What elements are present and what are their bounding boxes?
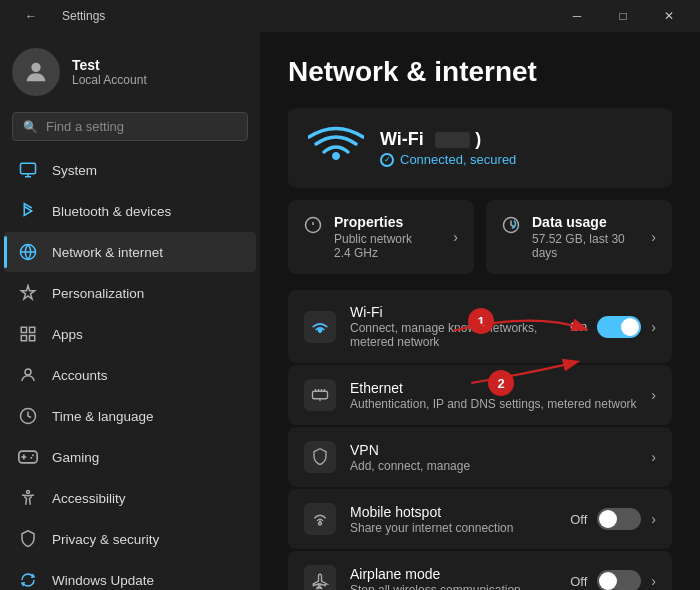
ethernet-row-arrow: › — [651, 387, 656, 403]
toggle-thumb — [599, 572, 617, 590]
toggle-thumb — [599, 510, 617, 528]
sidebar: Test Local Account 🔍 System Bluetooth & … — [0, 32, 260, 590]
maximize-button[interactable]: □ — [600, 0, 646, 32]
wifi-row-title: Wi-Fi — [350, 304, 556, 320]
sidebar-item-bluetooth[interactable]: Bluetooth & devices — [4, 191, 256, 231]
hotspot-row-title: Mobile hotspot — [350, 504, 556, 520]
svg-rect-5 — [21, 336, 26, 341]
data-usage-body: Data usage 57.52 GB, last 30 days — [532, 214, 639, 260]
network-icon — [18, 242, 38, 262]
svg-rect-6 — [30, 336, 35, 341]
sidebar-item-label: Gaming — [52, 450, 99, 465]
sidebar-nav: System Bluetooth & devices Network & int… — [0, 149, 260, 590]
annotation-2: 2 — [488, 370, 514, 396]
data-usage-card[interactable]: Data usage 57.52 GB, last 30 days › — [486, 200, 672, 274]
avatar — [12, 48, 60, 96]
search-box[interactable]: 🔍 — [12, 112, 248, 141]
privacy-icon — [18, 529, 38, 549]
settings-row-vpn[interactable]: VPN Add, connect, manage › — [288, 427, 672, 487]
personalization-icon — [18, 283, 38, 303]
sidebar-item-system[interactable]: System — [4, 150, 256, 190]
data-usage-sub: 57.52 GB, last 30 days — [532, 232, 639, 260]
user-profile[interactable]: Test Local Account — [0, 32, 260, 108]
wifi-row-icon — [304, 311, 336, 343]
bluetooth-icon — [18, 201, 38, 221]
hotspot-row-arrow: › — [651, 511, 656, 527]
hotspot-row-sub: Share your internet connection — [350, 521, 556, 535]
vpn-row-right: › — [651, 449, 656, 465]
app-body: Test Local Account 🔍 System Bluetooth & … — [0, 32, 700, 590]
data-usage-arrow: › — [651, 229, 656, 245]
update-icon — [18, 570, 38, 590]
annotation-1: 1 — [468, 308, 494, 334]
wifi-row-sub: Connect, manage known networks, metered … — [350, 321, 556, 349]
airplane-row-sub: Stop all wireless communication — [350, 583, 556, 591]
close-button[interactable]: ✕ — [646, 0, 692, 32]
titlebar: ← Settings ─ □ ✕ — [0, 0, 700, 32]
wifi-row-body: Wi-Fi Connect, manage known networks, me… — [350, 304, 556, 349]
user-account-type: Local Account — [72, 73, 147, 87]
sidebar-item-label: Network & internet — [52, 245, 163, 260]
hotspot-toggle[interactable] — [597, 508, 641, 530]
hotspot-row-icon — [304, 503, 336, 535]
wifi-large-icon — [308, 124, 364, 172]
svg-point-0 — [31, 63, 40, 72]
minimize-button[interactable]: ─ — [554, 0, 600, 32]
properties-body: Properties Public network 2.4 GHz — [334, 214, 441, 260]
sidebar-item-apps[interactable]: Apps — [4, 314, 256, 354]
page-title: Network & internet — [288, 56, 672, 88]
wifi-status-card[interactable]: Wi-Fi ) ✓ Connected, secured — [288, 108, 672, 188]
info-cards-row: Properties Public network 2.4 GHz › Data… — [288, 200, 672, 274]
wifi-row-right: On › — [570, 316, 656, 338]
settings-row-airplane[interactable]: Airplane mode Stop all wireless communic… — [288, 551, 672, 590]
vpn-row-icon — [304, 441, 336, 473]
airplane-toggle[interactable] — [597, 570, 641, 590]
ethernet-row-right: › — [651, 387, 656, 403]
svg-rect-4 — [30, 327, 35, 332]
sidebar-item-personalization[interactable]: Personalization — [4, 273, 256, 313]
sidebar-item-accounts[interactable]: Accounts — [4, 355, 256, 395]
sidebar-item-label: Accessibility — [52, 491, 126, 506]
sidebar-item-label: Apps — [52, 327, 83, 342]
properties-title: Properties — [334, 214, 441, 230]
sidebar-item-label: Time & language — [52, 409, 154, 424]
time-icon — [18, 406, 38, 426]
wifi-row-arrow: › — [651, 319, 656, 335]
properties-arrow: › — [453, 229, 458, 245]
settings-list: Wi-Fi Connect, manage known networks, me… — [288, 290, 672, 590]
ethernet-row-sub: Authentication, IP and DNS settings, met… — [350, 397, 637, 411]
sidebar-item-label: Bluetooth & devices — [52, 204, 171, 219]
airplane-toggle-label: Off — [570, 574, 587, 589]
sidebar-item-gaming[interactable]: Gaming — [4, 437, 256, 477]
airplane-row-right: Off › — [570, 570, 656, 590]
user-info: Test Local Account — [72, 57, 147, 87]
sidebar-item-privacy[interactable]: Privacy & security — [4, 519, 256, 559]
airplane-row-title: Airplane mode — [350, 566, 556, 582]
wifi-toggle[interactable] — [597, 316, 641, 338]
gaming-icon — [18, 447, 38, 467]
sidebar-item-network[interactable]: Network & internet — [4, 232, 256, 272]
sidebar-item-time[interactable]: Time & language — [4, 396, 256, 436]
sidebar-item-update[interactable]: Windows Update — [4, 560, 256, 590]
back-button[interactable]: ← — [8, 0, 54, 32]
search-input[interactable] — [46, 119, 237, 134]
sidebar-item-label: Accounts — [52, 368, 108, 383]
vpn-row-title: VPN — [350, 442, 637, 458]
sidebar-item-accessibility[interactable]: Accessibility — [4, 478, 256, 518]
airplane-row-icon — [304, 565, 336, 590]
vpn-row-sub: Add, connect, manage — [350, 459, 637, 473]
wifi-connected-status: ✓ Connected, secured — [380, 152, 652, 167]
sidebar-item-label: Privacy & security — [52, 532, 159, 547]
settings-row-ethernet[interactable]: Ethernet Authentication, IP and DNS sett… — [288, 365, 672, 425]
svg-point-10 — [27, 491, 30, 494]
main-content: Network & internet Wi-Fi ) ✓ — [260, 32, 700, 590]
titlebar-title: Settings — [62, 9, 105, 23]
data-usage-icon — [502, 216, 520, 239]
properties-icon — [304, 216, 322, 239]
properties-card[interactable]: Properties Public network 2.4 GHz › — [288, 200, 474, 274]
svg-rect-3 — [21, 327, 26, 332]
properties-sub2: 2.4 GHz — [334, 246, 441, 260]
settings-row-hotspot[interactable]: Mobile hotspot Share your internet conne… — [288, 489, 672, 549]
system-icon — [18, 160, 38, 180]
svg-rect-13 — [313, 391, 328, 399]
